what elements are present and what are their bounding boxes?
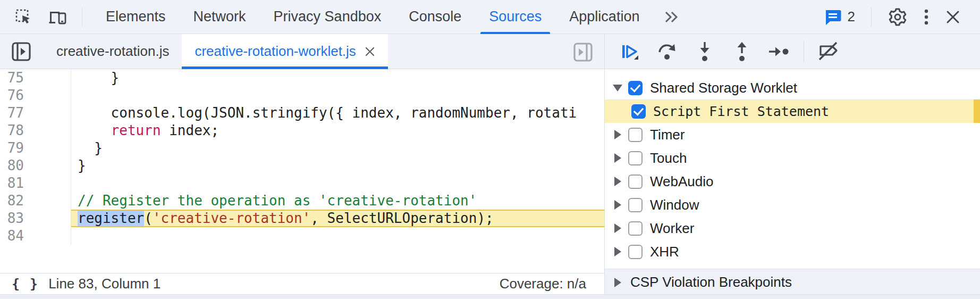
- file-tab-creative-rotation-worklet.js[interactable]: creative-rotation-worklet.js: [182, 34, 387, 69]
- tab-privacy-sandbox[interactable]: Privacy Sandbox: [260, 0, 395, 34]
- checkbox-unchecked[interactable]: [628, 221, 643, 236]
- code-token: }: [78, 140, 103, 156]
- checkbox-unchecked[interactable]: [628, 151, 643, 165]
- csp-section-label: CSP Violation Breakpoints: [630, 274, 792, 290]
- line-number[interactable]: 81: [0, 175, 71, 192]
- code-line-80[interactable]: 80}: [0, 157, 604, 175]
- chevron-right-icon[interactable]: [612, 153, 623, 163]
- line-number[interactable]: 78: [0, 122, 71, 139]
- issues-counter[interactable]: 2: [823, 8, 855, 26]
- code-content: }: [71, 139, 604, 157]
- code-token: // Register the operation as 'creative-r…: [78, 193, 477, 209]
- line-number[interactable]: 82: [0, 192, 71, 210]
- device-toolbar-icon[interactable]: [47, 7, 68, 27]
- checkbox-unchecked[interactable]: [628, 198, 643, 212]
- code-line-84[interactable]: 84: [0, 227, 604, 245]
- code-token: [78, 122, 111, 138]
- code-line-75[interactable]: 75 }: [0, 69, 604, 87]
- code-content: [71, 175, 604, 192]
- more-options-menu-icon[interactable]: [924, 7, 929, 27]
- breakpoint-row-worker[interactable]: Worker: [605, 217, 980, 240]
- show-navigator-icon[interactable]: [0, 34, 44, 69]
- breakpoint-row-xhr[interactable]: XHR: [605, 240, 980, 263]
- more-tabs-icon[interactable]: [653, 9, 689, 25]
- code-line-79[interactable]: 79 }: [0, 139, 604, 157]
- chevron-right-icon[interactable]: [612, 200, 623, 210]
- checkbox-unchecked[interactable]: [628, 128, 643, 142]
- breakpoint-label: Script First Statement: [653, 104, 829, 119]
- code-content: [71, 87, 604, 104]
- source-file-tab-strip: creative-rotation.jscreative-rotation-wo…: [0, 34, 604, 69]
- code-token: index;: [161, 122, 219, 138]
- breakpoint-label: Worker: [650, 220, 694, 237]
- devtools-window: ElementsNetworkPrivacy SandboxConsoleSou…: [0, 0, 980, 299]
- code-line-81[interactable]: 81: [0, 175, 604, 192]
- issues-message-icon: [823, 8, 842, 26]
- step-icon[interactable]: [764, 38, 794, 65]
- code-line-77[interactable]: 77 console.log(JSON.stringify({ index, r…: [0, 104, 604, 122]
- code-line-78[interactable]: 78 return index;: [0, 122, 604, 139]
- line-number[interactable]: 76: [0, 87, 71, 104]
- checkbox-checked[interactable]: [631, 104, 646, 119]
- breakpoint-label: Touch: [650, 150, 687, 167]
- event-listener-breakpoints-pane: Shared Storage WorkletScript First State…: [604, 69, 980, 294]
- toolbar-divider: [804, 41, 804, 62]
- chevron-right-icon[interactable]: [612, 130, 623, 139]
- breakpoint-row-webaudio[interactable]: WebAudio: [605, 170, 980, 193]
- tab-elements[interactable]: Elements: [92, 0, 180, 34]
- pretty-print-icon[interactable]: { }: [0, 276, 48, 292]
- tab-console[interactable]: Console: [395, 0, 475, 34]
- drawer-edge-strip: [0, 294, 980, 299]
- csp-violation-breakpoints-section[interactable]: CSP Violation Breakpoints: [605, 269, 980, 294]
- code-line-76[interactable]: 76: [0, 87, 604, 104]
- line-number[interactable]: 79: [0, 139, 71, 157]
- code-editor[interactable]: 75 }7677 console.log(JSON.stringify({ in…: [0, 69, 604, 273]
- breakpoint-label: Shared Storage Worklet: [650, 80, 797, 96]
- tab-network[interactable]: Network: [180, 0, 260, 34]
- breakpoint-label: XHR: [650, 244, 679, 260]
- chevron-right-icon[interactable]: [612, 177, 623, 186]
- chevron-right-icon[interactable]: [612, 223, 623, 233]
- close-devtools-icon[interactable]: [945, 9, 961, 25]
- breakpoint-row-script-first-statement[interactable]: Script First Statement: [605, 99, 980, 123]
- code-token: (: [144, 210, 153, 226]
- checkbox-unchecked[interactable]: [628, 175, 643, 189]
- resume-script-icon[interactable]: [615, 38, 645, 65]
- step-into-icon[interactable]: [690, 38, 720, 65]
- file-tab-creative-rotation.js[interactable]: creative-rotation.js: [44, 34, 182, 69]
- code-line-82[interactable]: 82// Register the operation as 'creative…: [0, 192, 604, 210]
- step-over-icon[interactable]: [653, 38, 682, 65]
- toolbar-divider: [82, 7, 82, 27]
- issues-count: 2: [848, 9, 855, 25]
- checkbox-unchecked[interactable]: [628, 245, 643, 259]
- code-content: console.log(JSON.stringify({ index, rand…: [71, 104, 604, 122]
- breakpoint-row-touch[interactable]: Touch: [605, 146, 980, 170]
- editor-status-bar: { } Line 83, Column 1 Coverage: n/a: [0, 273, 604, 294]
- hide-debugger-sidebar-icon[interactable]: [572, 41, 594, 63]
- coverage-label[interactable]: Coverage: n/a: [500, 276, 604, 292]
- toolbar-divider: [871, 7, 872, 27]
- line-number[interactable]: 83: [0, 210, 71, 227]
- breakpoint-row-shared-storage-worklet[interactable]: Shared Storage Worklet: [605, 76, 980, 99]
- line-number[interactable]: 75: [0, 69, 71, 87]
- line-number[interactable]: 80: [0, 157, 71, 175]
- code-content: return index;: [71, 122, 604, 139]
- settings-gear-icon[interactable]: [888, 7, 908, 27]
- chevron-right-icon[interactable]: [612, 247, 623, 256]
- code-line-83[interactable]: 83register('creative-rotation', SelectUR…: [0, 210, 604, 227]
- chevron-down-icon[interactable]: [612, 85, 623, 92]
- deactivate-breakpoints-icon[interactable]: [814, 38, 843, 65]
- tab-sources[interactable]: Sources: [475, 0, 555, 34]
- close-tab-icon[interactable]: [365, 46, 375, 57]
- line-number[interactable]: 84: [0, 227, 71, 245]
- checkbox-checked[interactable]: [628, 81, 643, 95]
- breakpoint-label: WebAudio: [650, 173, 714, 190]
- code-content: register('creative-rotation', SelectURLO…: [71, 210, 604, 227]
- breakpoint-row-timer[interactable]: Timer: [605, 123, 980, 146]
- step-out-icon[interactable]: [727, 38, 757, 65]
- selected-token: register: [78, 210, 144, 226]
- tab-application[interactable]: Application: [555, 0, 653, 34]
- breakpoint-row-window[interactable]: Window: [605, 193, 980, 217]
- inspect-element-icon[interactable]: [14, 7, 33, 27]
- line-number[interactable]: 77: [0, 104, 71, 122]
